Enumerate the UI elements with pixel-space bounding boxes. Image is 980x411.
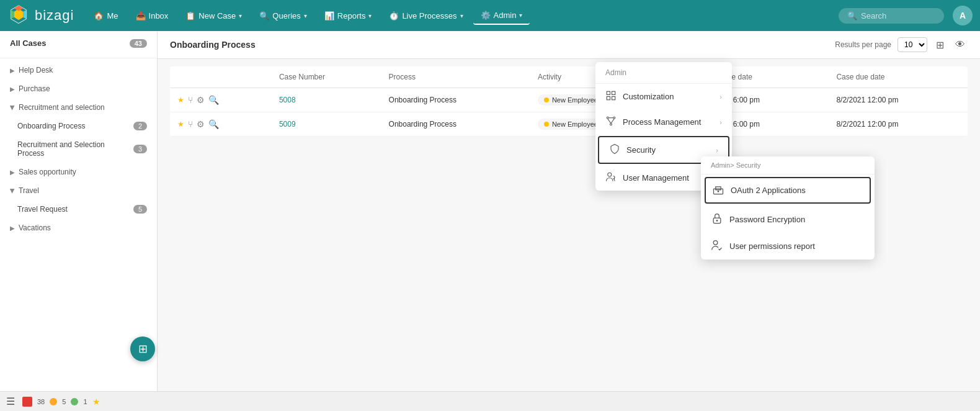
security-oauth2[interactable]: OAuth 2 Applications xyxy=(705,177,871,204)
security-password-encryption[interactable]: Password Encryption xyxy=(701,206,875,233)
nav-queries[interactable]: 🔍 Queries ▾ xyxy=(252,7,314,24)
svg-marker-2 xyxy=(14,6,23,11)
svg-point-20 xyxy=(716,220,718,222)
new-case-chevron: ▾ xyxy=(239,12,242,19)
table-row: ★ ⑂ ⚙ 🔍 5009 Onboarding Process New Em xyxy=(170,112,968,137)
sidebar-item-help-desk[interactable]: ▶ Help Desk xyxy=(0,61,157,79)
status-orange-count: 5 xyxy=(62,398,66,405)
password-encryption-icon xyxy=(711,212,723,227)
case-number-2[interactable]: 5009 xyxy=(279,120,296,129)
status-green-dot xyxy=(71,398,78,405)
sidebar-item-travel[interactable]: ▶ Travel xyxy=(0,181,157,200)
security-icon xyxy=(609,143,620,156)
hamburger-icon[interactable]: ☰ xyxy=(6,395,15,407)
bizagi-logo-icon xyxy=(7,4,30,27)
queries-chevron: ▾ xyxy=(304,12,307,19)
search-box[interactable]: 🔍 xyxy=(839,8,944,24)
admin-chevron: ▾ xyxy=(519,12,522,19)
admin-process-management[interactable]: Process Management › xyxy=(595,109,732,135)
col-actions xyxy=(170,66,272,88)
nav-live-processes[interactable]: ⏱️ Live Processes ▾ xyxy=(381,7,470,24)
logo-area[interactable]: bizagi xyxy=(7,4,74,27)
help-desk-arrow: ▶ xyxy=(10,67,15,74)
star-icon-2[interactable]: ★ xyxy=(177,120,184,129)
view-icon[interactable]: 👁 xyxy=(953,38,968,52)
customization-chevron: › xyxy=(719,93,722,101)
results-per-page-label: Results per page xyxy=(835,40,891,49)
admin-icon: ⚙️ xyxy=(481,11,491,20)
sidebar-item-recruitment-selection[interactable]: Recruitment and Selection Process 3 xyxy=(0,135,157,163)
purchase-arrow: ▶ xyxy=(10,86,15,93)
col-case-number: Case Number xyxy=(272,66,381,88)
all-cases-badge: 43 xyxy=(130,39,147,48)
fab-button[interactable]: ⊞ xyxy=(130,336,155,361)
svg-point-15 xyxy=(608,173,612,176)
sidebar-item-sales[interactable]: ▶ Sales opportunity xyxy=(0,163,157,181)
oauth2-icon xyxy=(712,183,724,197)
reports-icon: 📊 xyxy=(324,11,334,20)
nav-inbox[interactable]: 📥 Inbox xyxy=(128,7,176,24)
process-1: Onboarding Process xyxy=(381,88,530,112)
logo-text: bizagi xyxy=(35,7,74,24)
case-number-1[interactable]: 5008 xyxy=(279,96,296,104)
sidebar: All Cases 43 ▶ Help Desk ▶ Purchase ▶ Re… xyxy=(0,31,158,391)
svg-point-11 xyxy=(610,124,612,125)
search-row-icon-2[interactable]: 🔍 xyxy=(208,119,219,129)
sidebar-item-onboarding[interactable]: Onboarding Process 2 xyxy=(0,117,157,135)
sidebar-item-purchase[interactable]: ▶ Purchase xyxy=(0,79,157,98)
svg-point-9 xyxy=(607,117,608,119)
svg-rect-7 xyxy=(607,97,610,100)
sidebar-all-cases[interactable]: All Cases 43 xyxy=(0,31,157,55)
results-per-page-select[interactable]: 10 25 50 xyxy=(898,37,927,52)
table-row: ★ ⑂ ⚙ 🔍 5008 Onboarding Process New Em xyxy=(170,88,968,112)
live-processes-icon: ⏱️ xyxy=(389,11,399,20)
process-mgmt-chevron: › xyxy=(719,119,722,126)
col-process: Process xyxy=(381,66,530,88)
search-input[interactable] xyxy=(861,11,935,20)
status-green-count: 1 xyxy=(83,398,87,405)
svg-rect-5 xyxy=(607,91,610,94)
nav-reports[interactable]: 📊 Reports ▾ xyxy=(317,7,380,24)
new-case-icon: 📋 xyxy=(185,11,195,20)
fab-icon: ⊞ xyxy=(138,342,148,356)
row-actions-1: ★ ⑂ ⚙ 🔍 xyxy=(177,95,264,105)
onboarding-badge: 2 xyxy=(133,122,147,130)
settings-icon-1[interactable]: ⚙ xyxy=(197,95,205,105)
search-row-icon-1[interactable]: 🔍 xyxy=(208,95,219,105)
home-icon: 🏠 xyxy=(94,11,104,20)
nav-me[interactable]: 🏠 Me xyxy=(86,7,125,24)
nav-new-case[interactable]: 📋 New Case ▾ xyxy=(178,7,249,24)
user-permissions-icon xyxy=(711,239,723,253)
filter-icon[interactable]: ⊞ xyxy=(933,38,947,52)
sidebar-item-recruitment[interactable]: ▶ Recruitment and selection xyxy=(0,98,157,117)
col-case-due: Case due date xyxy=(829,66,968,88)
cases-table: Case Number Process Activity Activity du… xyxy=(170,66,968,137)
status-red-count: 38 xyxy=(37,398,45,405)
row-actions-2: ★ ⑂ ⚙ 🔍 xyxy=(177,119,264,129)
status-star-icon: ★ xyxy=(92,397,100,407)
case-due-1: 8/2/2021 12:00 pm xyxy=(829,88,968,112)
sidebar-item-travel-request[interactable]: Travel Request 5 xyxy=(0,200,157,219)
process-2: Onboarding Process xyxy=(381,112,530,137)
sales-arrow: ▶ xyxy=(10,169,15,176)
security-user-permissions[interactable]: User permissions report xyxy=(701,233,875,260)
svg-rect-17 xyxy=(716,187,721,190)
svg-point-10 xyxy=(613,117,615,119)
nav-admin[interactable]: ⚙️ Admin ▾ xyxy=(473,7,530,25)
status-red-icon xyxy=(22,397,32,407)
live-processes-chevron: ▾ xyxy=(460,12,463,19)
svg-marker-4 xyxy=(11,10,14,19)
activity-dot-2 xyxy=(544,122,549,127)
star-icon-1[interactable]: ★ xyxy=(177,96,184,104)
admin-customization[interactable]: Customization › xyxy=(595,84,732,109)
user-mgmt-icon xyxy=(605,171,617,184)
security-dropdown: Admin> Security OAuth 2 Applications xyxy=(701,156,875,260)
status-orange-dot xyxy=(50,398,57,405)
share-icon-2[interactable]: ⑂ xyxy=(188,119,193,129)
settings-icon-2[interactable]: ⚙ xyxy=(197,119,205,129)
avatar[interactable]: A xyxy=(953,6,973,25)
share-icon-1[interactable]: ⑂ xyxy=(188,95,193,105)
recruitment-selection-badge: 3 xyxy=(133,145,147,153)
sidebar-item-vacations[interactable]: ▶ Vacations xyxy=(0,219,157,237)
top-navigation: bizagi 🏠 Me 📥 Inbox 📋 New Case ▾ 🔍 Queri… xyxy=(0,0,980,31)
